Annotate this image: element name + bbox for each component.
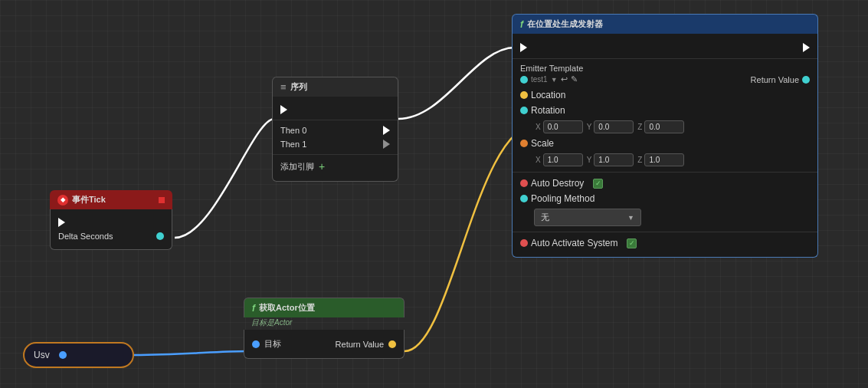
rot-x-group: X [534, 120, 583, 133]
rotation-inputs: X Y Z [534, 120, 684, 133]
usv-variable-node: Usv [23, 342, 134, 368]
rot-x-input[interactable] [543, 120, 583, 133]
seq-then0-label: Then 0 [280, 126, 306, 135]
rot-z-input[interactable] [644, 120, 684, 133]
seq-then0-row: Then 0 [273, 123, 398, 137]
getloc-header: f 获取Actor位置 [244, 298, 405, 317]
rot-y-input[interactable] [594, 120, 634, 133]
event-tick-header: ◆ 事件Tick [50, 190, 172, 209]
sequence-header: ≡ 序列 [272, 77, 398, 97]
auto-activate-row: Auto Activate System ✓ [513, 235, 817, 251]
spawner-exec-out [803, 43, 810, 52]
auto-activate-label: Auto Activate System [531, 238, 617, 248]
spawner-func-icon: f [520, 19, 523, 30]
seq-then1-row: Then 1 [273, 137, 398, 151]
spawner-body: Emitter Template test1 ▼ ↩ ✎ Return Valu… [512, 34, 818, 258]
seq-exec-in-row [273, 103, 398, 117]
spawner-exec-row [513, 40, 817, 55]
spawner-return-label: Return Value [751, 75, 799, 84]
rotation-label-row: Rotation [513, 103, 817, 118]
pooling-arrow-icon: ▼ [627, 214, 634, 222]
scale-inputs: X Y Z [534, 153, 684, 166]
rotation-label: Rotation [531, 105, 565, 116]
usv-out-pin [59, 351, 67, 359]
seq-addpin-row[interactable]: 添加引脚 + [273, 158, 398, 175]
seq-addpin-icon[interactable]: + [319, 160, 325, 173]
pooling-select[interactable]: 无 ▼ [534, 209, 641, 226]
pooling-select-row: 无 ▼ [513, 206, 817, 229]
spawner-title: 在位置处生成发射器 [527, 18, 603, 30]
tick-icon: ◆ [57, 195, 68, 206]
emitter-dropdown-icon[interactable]: ▼ [551, 76, 558, 84]
pooling-value: 无 [541, 212, 549, 223]
auto-activate-checkbox[interactable]: ✓ [627, 238, 637, 248]
getloc-return-pin [388, 340, 396, 348]
auto-destroy-checkbox[interactable]: ✓ [593, 179, 603, 189]
location-row: Location [513, 87, 817, 103]
rot-y-group: Y [585, 120, 634, 133]
seq-then0-pin [383, 126, 390, 135]
getloc-target-pin [252, 340, 260, 348]
getloc-func-icon: f [252, 303, 255, 314]
emitter-template-label: Emitter Template [513, 62, 817, 74]
pooling-label: Pooling Method [531, 193, 594, 204]
emitter-template-sub: test1 ▼ ↩ ✎ Return Value [513, 74, 817, 87]
pooling-label-row: Pooling Method [513, 191, 817, 206]
emitter-template-value: test1 [531, 75, 548, 84]
rot-z-label: Z [636, 123, 644, 131]
spawner-exec-in [520, 43, 527, 52]
scale-x-label: X [534, 156, 542, 164]
event-tick-body: Delta Seconds [50, 209, 172, 250]
getloc-return-label: Return Value [336, 340, 384, 349]
auto-destroy-row: Auto Destroy ✓ [513, 176, 817, 191]
scale-y-group: Y [585, 153, 634, 166]
scale-x-group: X [534, 153, 583, 166]
getloc-title: 获取Actor位置 [259, 302, 315, 314]
spawn-emitter-node: f 在位置处生成发射器 Emitter Template test1 ▼ ↩ ✎… [512, 14, 818, 258]
delta-seconds-pin [156, 232, 164, 240]
scale-z-input[interactable] [644, 153, 684, 166]
scale-y-input[interactable] [594, 153, 634, 166]
emitter-template-pin [520, 76, 528, 84]
rotation-inputs-row: X Y Z [513, 118, 817, 136]
rot-z-group: Z [636, 120, 684, 133]
tick-exec-row [51, 215, 172, 229]
seq-addpin-label: 添加引脚 [280, 161, 314, 173]
scale-y-label: Y [585, 156, 594, 164]
spawner-header: f 在位置处生成发射器 [512, 14, 818, 34]
scale-x-input[interactable] [543, 153, 583, 166]
spawner-return-pin [802, 76, 810, 84]
auto-activate-pin [520, 239, 528, 247]
scale-z-label: Z [636, 156, 644, 164]
auto-destroy-label: Auto Destroy [531, 178, 584, 189]
getloc-subtitle: 目标是Actor [244, 317, 405, 330]
sequence-title: 序列 [290, 81, 307, 93]
scale-z-group: Z [636, 153, 684, 166]
location-label: Location [531, 90, 565, 100]
seq-exec-in-pin [280, 105, 287, 114]
usv-label: Usv [34, 350, 50, 360]
scale-inputs-row: X Y Z [513, 151, 817, 169]
getloc-target-label: 目标 [264, 338, 281, 350]
delta-seconds-label: Delta Seconds [58, 232, 113, 241]
sequence-body: Then 0 Then 1 添加引脚 + [272, 97, 398, 182]
rotation-pin [520, 107, 528, 114]
tick-stop-icon [159, 197, 165, 203]
sequence-icon: ≡ [280, 81, 287, 93]
event-tick-title: 事件Tick [72, 194, 106, 206]
tick-exec-out-pin [58, 218, 65, 227]
scale-pin [520, 140, 528, 147]
rot-x-label: X [534, 123, 542, 131]
scale-label: Scale [531, 138, 554, 149]
sequence-node: ≡ 序列 Then 0 Then 1 添加引脚 + [272, 77, 398, 182]
rot-y-label: Y [585, 123, 594, 131]
emitter-refresh-icon[interactable]: ↩ [561, 74, 568, 84]
location-pin [520, 91, 528, 99]
seq-then1-pin [383, 140, 390, 149]
getloc-target-row: 目标 Return Value [244, 336, 404, 352]
emitter-edit-icon[interactable]: ✎ [571, 74, 578, 84]
auto-destroy-pin [520, 179, 528, 187]
seq-then1-label: Then 1 [280, 140, 306, 149]
getloc-body: 目标 Return Value [244, 330, 405, 359]
scale-label-row: Scale [513, 136, 817, 151]
